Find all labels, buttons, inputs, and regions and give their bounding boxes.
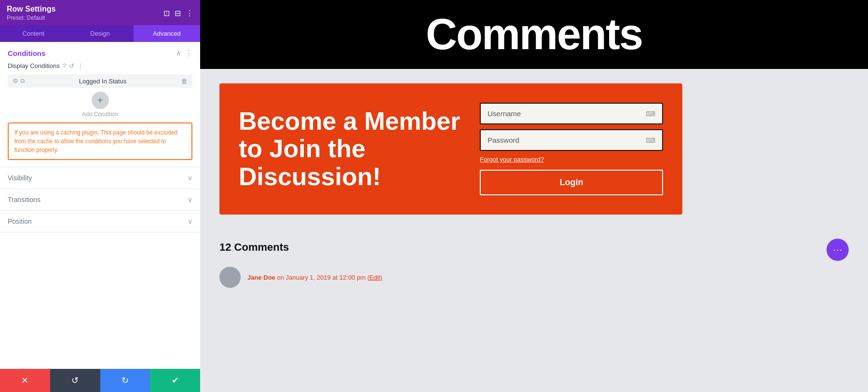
cancel-button[interactable]: ✕ xyxy=(0,369,50,392)
comments-header: Comments xyxy=(200,0,868,69)
login-form: Username ⌨ Password ⌨ Forgot your passwo… xyxy=(480,103,663,195)
conditions-section: Conditions ∧ ⋮ Display Conditions ? ↺ ⋮ … xyxy=(0,42,200,167)
redo-icon: ↻ xyxy=(122,375,129,386)
conditions-section-header: Conditions ∧ ⋮ xyxy=(8,49,192,57)
tab-content[interactable]: Content xyxy=(0,25,67,42)
expand-icon[interactable]: ⊡ xyxy=(163,9,170,18)
forgot-password-link[interactable]: Forgot your password? xyxy=(480,156,663,163)
transitions-section[interactable]: Transitions ∨ xyxy=(0,189,200,211)
username-placeholder: Username xyxy=(488,109,521,118)
three-dots-button[interactable]: ⋯ xyxy=(827,239,849,261)
condition-item-icons: ⚙ ⧉ xyxy=(13,77,25,85)
tab-advanced[interactable]: Advanced xyxy=(134,25,200,42)
condition-delete-icon[interactable]: 🗑 xyxy=(181,77,188,85)
comment-date: on January 1, 2019 at 12:00 pm xyxy=(277,274,366,281)
display-conditions-help-icon[interactable]: ? xyxy=(63,62,66,69)
panel-header-icons: ⊡ ⊟ ⋮ xyxy=(163,9,193,18)
panel-tabs: Content Design Advanced xyxy=(0,25,200,42)
undo-icon: ↺ xyxy=(71,375,79,386)
display-conditions-label: Display Conditions xyxy=(8,62,60,69)
condition-copy-icon[interactable]: ⧉ xyxy=(20,77,25,85)
three-dots-icon: ⋯ xyxy=(833,244,842,256)
visibility-chevron-icon: ∨ xyxy=(188,174,192,182)
conditions-collapse-icon[interactable]: ∧ xyxy=(176,49,181,57)
condition-item: ⚙ ⧉ Logged In Status 🗑 xyxy=(8,74,192,88)
username-icon: ⌨ xyxy=(646,110,655,118)
cache-warning-text: If you are using a caching plugin, This … xyxy=(14,128,186,154)
conditions-header-icons: ∧ ⋮ xyxy=(176,49,192,57)
panel-header: Row Settings Preset: Default ⊡ ⊟ ⋮ xyxy=(0,0,200,25)
password-input[interactable]: Password ⌨ xyxy=(480,129,663,151)
login-card-headline: Become a Member to Join the Discussion! xyxy=(239,108,461,190)
display-conditions-more-icon[interactable]: ⋮ xyxy=(77,62,83,69)
condition-item-label: Logged In Status xyxy=(27,78,178,85)
visibility-title: Visibility xyxy=(8,174,32,182)
add-condition-label: Add Condition xyxy=(82,111,118,118)
columns-icon[interactable]: ⊟ xyxy=(175,9,181,18)
panel-footer: ✕ ↺ ↻ ✔ xyxy=(0,369,200,392)
display-conditions-reset-icon[interactable]: ↺ xyxy=(69,62,74,69)
password-placeholder: Password xyxy=(488,136,519,144)
position-chevron-icon: ∨ xyxy=(188,217,192,225)
visibility-section[interactable]: Visibility ∨ xyxy=(0,167,200,189)
comment-edit-link[interactable]: (Edit) xyxy=(367,274,382,281)
comments-section: 12 Comments ⋯ Jane Doe on January 1, 201… xyxy=(219,229,849,297)
tab-design[interactable]: Design xyxy=(67,25,133,42)
conditions-title: Conditions xyxy=(8,49,45,57)
cache-warning: If you are using a caching plugin, This … xyxy=(8,122,192,160)
right-content: Comments Become a Member to Join the Dis… xyxy=(200,0,868,392)
username-input[interactable]: Username ⌨ xyxy=(480,103,663,124)
display-conditions-row: Display Conditions ? ↺ ⋮ xyxy=(8,62,192,69)
position-section[interactable]: Position ∨ xyxy=(0,211,200,232)
save-button[interactable]: ✔ xyxy=(150,369,200,392)
comment-row: Jane Doe on January 1, 2019 at 12:00 pm … xyxy=(219,267,849,288)
login-card: Become a Member to Join the Discussion! … xyxy=(219,83,682,215)
condition-settings-icon[interactable]: ⚙ xyxy=(13,77,18,85)
panel-body: Conditions ∧ ⋮ Display Conditions ? ↺ ⋮ … xyxy=(0,42,200,369)
comment-author: Jane Doe xyxy=(247,274,275,281)
main-area: Become a Member to Join the Discussion! … xyxy=(200,69,868,392)
transitions-title: Transitions xyxy=(8,196,41,203)
add-condition-button[interactable]: + Add Condition xyxy=(8,92,192,118)
transitions-chevron-icon: ∨ xyxy=(188,196,192,203)
panel-header-left: Row Settings Preset: Default xyxy=(7,5,55,21)
left-panel: Row Settings Preset: Default ⊡ ⊟ ⋮ Conte… xyxy=(0,0,200,392)
comments-title: Comments xyxy=(426,10,642,59)
save-icon: ✔ xyxy=(172,375,179,386)
password-icon: ⌨ xyxy=(646,136,655,144)
comments-count: 12 Comments xyxy=(219,241,289,254)
cancel-icon: ✕ xyxy=(21,375,28,386)
comment-avatar xyxy=(219,267,241,288)
login-card-text: Become a Member to Join the Discussion! xyxy=(239,108,461,190)
comment-meta: Jane Doe on January 1, 2019 at 12:00 pm … xyxy=(247,274,382,281)
conditions-more-icon[interactable]: ⋮ xyxy=(185,49,192,57)
redo-button[interactable]: ↻ xyxy=(100,369,150,392)
panel-preset[interactable]: Preset: Default xyxy=(7,14,55,21)
login-button[interactable]: Login xyxy=(480,170,663,195)
add-condition-circle: + xyxy=(92,92,109,109)
position-title: Position xyxy=(8,217,32,225)
more-options-icon[interactable]: ⋮ xyxy=(186,9,193,18)
panel-title: Row Settings xyxy=(7,5,55,14)
undo-button[interactable]: ↺ xyxy=(50,369,100,392)
